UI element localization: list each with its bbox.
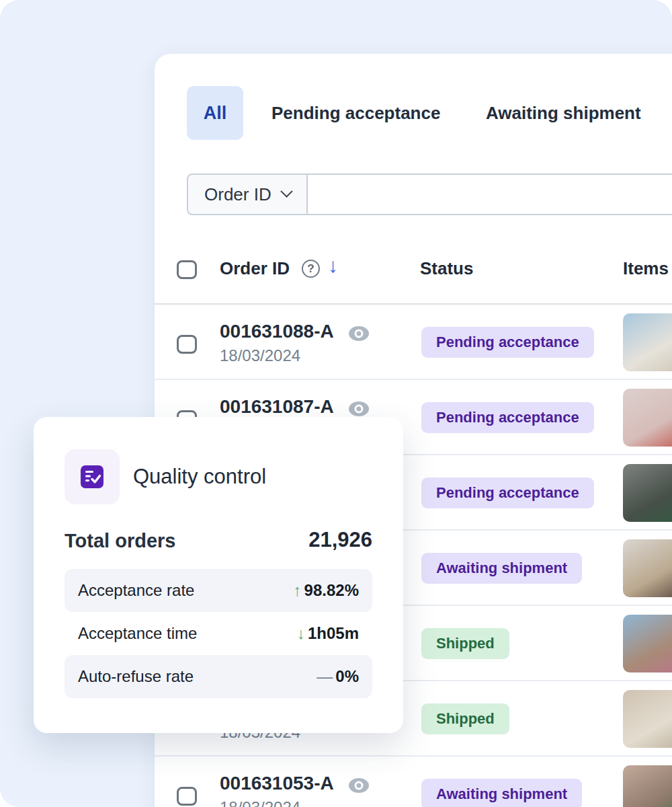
item-thumbnail[interactable] — [623, 539, 672, 597]
item-thumbnail[interactable] — [623, 389, 672, 447]
status-badge: Shipped — [421, 703, 509, 734]
select-all-checkbox[interactable] — [177, 260, 197, 279]
help-icon[interactable]: ? — [302, 260, 320, 278]
search-input[interactable] — [308, 174, 672, 215]
eye-icon[interactable] — [348, 400, 370, 418]
stat-label: Auto-refuse rate — [78, 667, 194, 686]
item-thumbnail[interactable] — [623, 464, 672, 522]
trend-up-icon: ↑ — [294, 581, 302, 600]
filter-bar: Order ID — [187, 174, 672, 215]
status-badge: Shipped — [421, 628, 509, 659]
order-id: 001631053-A — [220, 773, 334, 794]
tab-pending-label: Pending acceptance — [271, 103, 440, 124]
column-header-status: Status — [420, 258, 473, 279]
item-thumbnail[interactable] — [623, 690, 672, 748]
table-row: 001631088-A 18/03/2024 Pending acceptanc… — [155, 305, 672, 380]
item-thumbnail[interactable] — [623, 615, 672, 672]
search-field-selector[interactable]: Order ID — [187, 174, 308, 215]
stat-label: Acceptance time — [78, 624, 197, 643]
chevron-down-icon — [280, 185, 292, 197]
quality-control-title: Quality control — [133, 449, 266, 504]
status-badge: Pending acceptance — [421, 477, 594, 508]
column-header-items: Items — [623, 258, 669, 279]
quality-control-card: Quality control Total orders 21,926 Acce… — [34, 417, 403, 733]
sort-desc-icon[interactable]: ↓ — [328, 254, 338, 277]
tab-pending-acceptance[interactable]: Pending acceptance — [271, 86, 440, 140]
status-badge: Awaiting shipment — [421, 779, 582, 807]
tab-all-label: All — [204, 103, 227, 124]
eye-icon[interactable] — [348, 777, 370, 794]
stat-value: 98.82% — [304, 581, 359, 600]
trend-down-icon: ↓ — [297, 624, 305, 643]
quality-stats: Acceptance rate ↑ 98.82% Acceptance time… — [65, 569, 372, 698]
stat-value: 0% — [335, 667, 359, 686]
search-field-selector-label: Order ID — [204, 184, 271, 205]
stat-auto-refuse-rate: Auto-refuse rate — 0% — [65, 655, 372, 698]
table-header: Order ID ? ↓ Status Items — [155, 256, 672, 305]
tab-awaiting-label: Awaiting shipment — [486, 103, 641, 124]
status-badge: Pending acceptance — [421, 402, 594, 433]
status-badge: Pending acceptance — [421, 327, 594, 358]
trend-flat-icon: — — [317, 667, 333, 686]
total-orders-label: Total orders — [65, 530, 175, 552]
table-row: 001631053-A 18/03/2024 Awaiting shipment — [155, 757, 672, 807]
status-badge: Awaiting shipment — [421, 553, 582, 584]
item-thumbnail[interactable] — [623, 313, 672, 371]
screen: All Pending acceptance Awaiting shipment… — [0, 0, 672, 807]
checklist-icon — [81, 465, 103, 488]
order-date: 18/03/2024 — [220, 798, 300, 807]
stat-acceptance-rate: Acceptance rate ↑ 98.82% — [65, 569, 372, 612]
eye-icon[interactable] — [348, 325, 370, 342]
tab-awaiting-shipment[interactable]: Awaiting shipment — [486, 86, 641, 140]
order-id: 001631088-A — [220, 321, 334, 342]
row-checkbox[interactable] — [177, 335, 197, 354]
item-thumbnail[interactable] — [623, 765, 672, 807]
quality-control-icon-tile — [65, 449, 120, 504]
stat-value: 1h05m — [308, 624, 359, 643]
tab-all[interactable]: All — [187, 86, 243, 140]
order-id: 001631087-A — [220, 396, 334, 418]
stat-label: Acceptance rate — [78, 581, 194, 600]
order-date: 18/03/2024 — [220, 346, 300, 365]
stat-acceptance-time: Acceptance time ↓ 1h05m — [65, 612, 372, 655]
column-header-order-id: Order ID — [220, 258, 290, 279]
row-checkbox[interactable] — [177, 787, 197, 806]
total-orders-value: 21,926 — [308, 528, 372, 552]
